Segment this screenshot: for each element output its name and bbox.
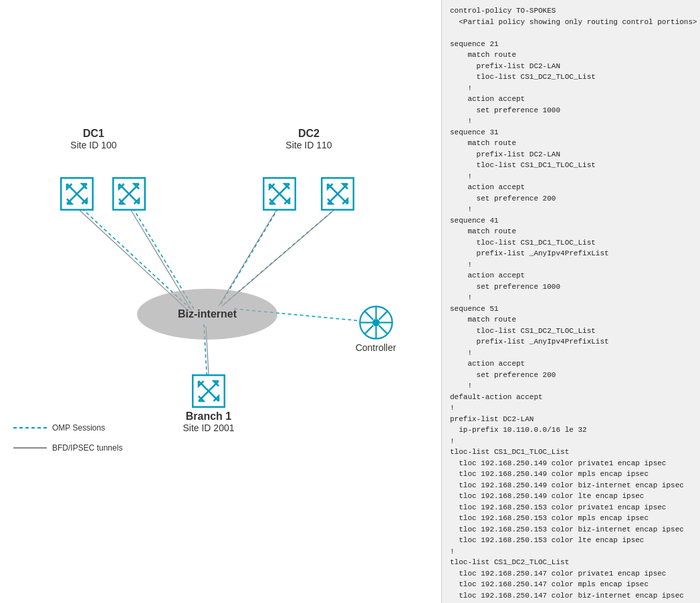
config-line: !	[450, 436, 692, 447]
config-line: tloc-list CS1_DC2_TLOC_List	[450, 557, 692, 568]
config-line: sequence 31	[450, 127, 692, 138]
config-line: !	[450, 292, 692, 304]
svg-text:Site ID 2001: Site ID 2001	[183, 423, 234, 433]
config-line: tloc 192.168.250.147 color mpls encap ip…	[450, 579, 692, 590]
network-diagram: Biz-internet DC1 Site ID 100 DC2 Site ID…	[0, 0, 441, 603]
config-line: set preference 200	[450, 370, 692, 381]
config-line: !	[450, 204, 692, 215]
svg-text:Site ID 110: Site ID 110	[285, 140, 332, 150]
config-line: control-policy TO-SPOKES	[450, 5, 692, 17]
config-line: !	[450, 259, 692, 271]
svg-line-17	[221, 204, 281, 304]
config-line: action accept	[450, 358, 692, 370]
config-line: !	[450, 348, 692, 359]
config-line: tloc-list CS1_DC2_TLOC_List	[450, 72, 692, 83]
branch-router	[193, 375, 225, 407]
config-line: !	[450, 116, 692, 127]
config-line: <Partial policy showing only routing con…	[450, 17, 692, 28]
svg-text:Site ID 100: Site ID 100	[70, 140, 116, 150]
config-line: !	[450, 402, 692, 414]
config-line: sequence 51	[450, 304, 692, 315]
config-line: match route	[450, 138, 692, 149]
svg-text:DC2: DC2	[298, 128, 320, 139]
config-line: prefix-list DC2-LAN	[450, 414, 692, 425]
controller-icon	[360, 306, 392, 338]
config-line: tloc-list CS1_DC2_TLOC_List	[450, 326, 692, 337]
config-line: default-action accept	[450, 392, 692, 403]
config-text: control-policy TO-SPOKES <Partial policy…	[450, 5, 692, 603]
dc2-router-2	[322, 178, 354, 210]
config-line: !	[450, 380, 692, 392]
config-line: set preference 1000	[450, 105, 692, 116]
config-line: prefix-list _AnyIpv4PrefixList	[450, 248, 692, 259]
config-line: set preference 1000	[450, 281, 692, 293]
svg-text:Controller: Controller	[356, 342, 396, 353]
config-panel: control-policy TO-SPOKES <Partial policy…	[441, 0, 700, 603]
config-line: action accept	[450, 94, 692, 105]
dc1-router-2	[113, 178, 145, 210]
config-line: tloc-list CS1_DC1_TLOC_List	[450, 237, 692, 249]
config-line: prefix-list _AnyIpv4PrefixList	[450, 336, 692, 348]
config-line: !	[450, 546, 692, 558]
svg-text:Branch 1: Branch 1	[186, 410, 232, 422]
config-line: tloc 192.168.250.147 color biz-internet …	[450, 590, 692, 602]
config-line: match route	[450, 226, 692, 237]
config-line: tloc-list CS1_DC1_TLOC_List	[450, 447, 692, 458]
config-line: tloc 192.168.250.149 color lte encap ips…	[450, 491, 692, 502]
config-line: ip-prefix 10.110.0.0/16 le 32	[450, 425, 692, 436]
config-line: tloc 192.168.250.149 color private1 enca…	[450, 458, 692, 469]
svg-text:DC1: DC1	[83, 128, 104, 139]
config-line: tloc 192.168.250.149 color biz-internet …	[450, 480, 692, 491]
config-line: action accept	[450, 182, 692, 193]
config-line: prefix-list DC2-LAN	[450, 149, 692, 160]
config-line: action accept	[450, 270, 692, 281]
svg-text:BFD/IPSEC tunnels: BFD/IPSEC tunnels	[52, 443, 122, 453]
config-line: tloc 192.168.250.153 color mpls encap ip…	[450, 513, 692, 524]
config-line: set preference 200	[450, 193, 692, 205]
dc1-router-1	[61, 178, 93, 210]
svg-text:OMP Sessions: OMP Sessions	[52, 423, 105, 433]
config-line: sequence 21	[450, 39, 692, 50]
config-line: tloc 192.168.250.149 color mpls encap ip…	[450, 469, 692, 480]
config-line: tloc-list CS1_DC1_TLOC_List	[450, 160, 692, 171]
config-line: !	[450, 171, 692, 183]
svg-line-24	[222, 206, 339, 306]
config-line: match route	[450, 49, 692, 61]
config-line: !	[450, 83, 692, 94]
svg-text:Biz-internet: Biz-internet	[178, 308, 237, 320]
config-line: prefix-list DC2-LAN	[450, 61, 692, 72]
dc2-router-1	[263, 178, 296, 210]
config-line: tloc 192.168.250.153 color lte encap ips…	[450, 535, 692, 546]
config-line: match route	[450, 314, 692, 326]
config-line: tloc 192.168.250.147 color private1 enca…	[450, 568, 692, 580]
config-line: tloc 192.168.250.153 color private1 enca…	[450, 502, 692, 513]
config-line: sequence 41	[450, 215, 692, 227]
config-line: tloc 192.168.250.153 color biz-internet …	[450, 524, 692, 535]
config-line	[450, 27, 692, 39]
